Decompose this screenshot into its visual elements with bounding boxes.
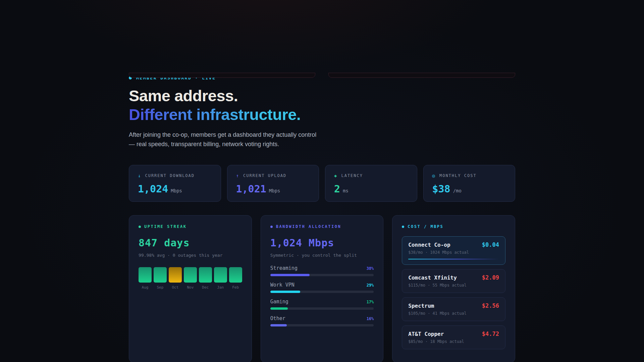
page-title-line1: Same address. xyxy=(129,87,238,105)
provider-list: Connect Co-op $0.04 $38/mo · 1024 Mbps a… xyxy=(402,236,505,349)
stat-unit: Mbps xyxy=(171,188,182,193)
uptime-month: Sep xyxy=(154,267,167,290)
stat-card-current-download: ↓ CURRENT DOWNLOAD 1,024 Mbps xyxy=(129,165,221,202)
cost-panel-label: COST / MBPS xyxy=(408,224,443,229)
bandwidth-bar-streaming: Streaming 38% xyxy=(270,265,374,276)
bandwidth-value: 1,024 Mbps xyxy=(270,237,374,249)
bar-track xyxy=(270,274,374,276)
stat-card-monthly-cost: ◎ MONTHLY COST $38 /mo xyxy=(423,165,516,202)
uptime-month: Oct xyxy=(169,267,182,290)
diamond-icon: ◈ xyxy=(334,173,337,178)
bandwidth-subtitle: Symmetric · you control the split xyxy=(270,253,374,258)
page-description: After joining the co-op, members get a d… xyxy=(129,130,322,149)
page-title: Same address. Different infrastructure. xyxy=(129,86,515,124)
bandwidth-bar-gaming: Gaming 17% xyxy=(270,299,374,310)
uptime-dot-icon xyxy=(139,226,141,228)
provider-row-comcast-xfinity[interactable]: Comcast Xfinity $2.09 $115/mo · 55 Mbps … xyxy=(402,269,505,293)
bullseye-icon: ◎ xyxy=(432,173,436,178)
stat-value: 1,021 xyxy=(236,183,266,195)
page-title-line2: Different infrastructure. xyxy=(129,105,301,124)
bandwidth-bars: Streaming 38% Work VPN 29% xyxy=(270,265,374,326)
stat-value: 1,024 xyxy=(138,183,168,195)
stat-unit: ms xyxy=(343,188,348,193)
uptime-panel-label: UPTIME STREAK xyxy=(144,224,186,229)
uptime-cell xyxy=(229,267,242,283)
previous-section-card-right xyxy=(328,73,515,78)
uptime-month: Nov xyxy=(184,267,197,290)
cost-dot-icon xyxy=(402,226,404,228)
bandwidth-bar-work-vpn: Work VPN 29% xyxy=(270,282,374,293)
uptime-month: Aug xyxy=(139,267,152,290)
uptime-month: Jan xyxy=(214,267,227,290)
bar-track xyxy=(270,291,374,293)
arrow-down-icon: ↓ xyxy=(138,173,141,178)
bar-track xyxy=(270,324,374,326)
stat-unit: Mbps xyxy=(269,188,280,193)
uptime-cell xyxy=(214,267,227,283)
bar-fill xyxy=(270,307,288,310)
member-dashboard-page: MEMBER DASHBOARD · LIVE Same address. Di… xyxy=(0,0,644,362)
panels-row: UPTIME STREAK 847 days 99.98% avg · 0 ou… xyxy=(129,215,515,362)
bandwidth-allocation-panel: BANDWIDTH ALLOCATION 1,024 Mbps Symmetri… xyxy=(261,215,384,362)
arrow-up-icon: ↑ xyxy=(236,173,239,178)
uptime-cell xyxy=(199,267,212,283)
stats-row: ↓ CURRENT DOWNLOAD 1,024 Mbps ↑ CURRENT … xyxy=(129,165,515,202)
bar-track xyxy=(270,307,374,310)
bar-fill xyxy=(270,324,287,326)
bar-fill xyxy=(270,291,301,293)
uptime-value: 847 days xyxy=(139,237,242,249)
stat-label: LATENCY xyxy=(341,173,363,178)
provider-row-connect-coop[interactable]: Connect Co-op $0.04 $38/mo · 1024 Mbps a… xyxy=(402,236,505,265)
stat-label: MONTHLY COST xyxy=(439,173,477,178)
stat-value: 2 xyxy=(334,183,340,195)
stat-value: $38 xyxy=(432,183,450,195)
bar-fill xyxy=(270,274,310,276)
uptime-month: Feb xyxy=(229,267,242,290)
provider-row-spectrum[interactable]: Spectrum $2.56 $105/mo · 41 Mbps actual xyxy=(402,297,505,321)
stat-unit: /mo xyxy=(453,188,462,193)
uptime-cell xyxy=(154,267,167,283)
stat-card-latency: ◈ LATENCY 2 ms xyxy=(325,165,417,202)
uptime-cell xyxy=(184,267,197,283)
uptime-streak-panel: UPTIME STREAK 847 days 99.98% avg · 0 ou… xyxy=(129,215,252,362)
uptime-subtitle: 99.98% avg · 0 outages this year xyxy=(139,253,242,258)
provider-row-att-copper[interactable]: AT&T Copper $4.72 $85/mo · 18 Mbps actua… xyxy=(402,325,505,349)
uptime-month: Dec xyxy=(199,267,212,290)
uptime-cell xyxy=(169,267,182,283)
stat-label: CURRENT UPLOAD xyxy=(243,173,286,178)
previous-section-card-left xyxy=(129,73,315,78)
uptime-month-cells: Aug Sep Oct Nov xyxy=(139,267,242,290)
cost-per-mbps-panel: COST / MBPS Connect Co-op $0.04 $38/mo ·… xyxy=(392,215,515,362)
bandwidth-dot-icon xyxy=(270,226,273,228)
provider-highlight-underline xyxy=(408,259,499,259)
stat-label: CURRENT DOWNLOAD xyxy=(145,173,195,178)
uptime-cell xyxy=(139,267,152,283)
stat-card-current-upload: ↑ CURRENT UPLOAD 1,021 Mbps xyxy=(227,165,319,202)
bandwidth-panel-label: BANDWIDTH ALLOCATION xyxy=(276,224,341,229)
bandwidth-bar-other: Other 16% xyxy=(270,315,374,326)
